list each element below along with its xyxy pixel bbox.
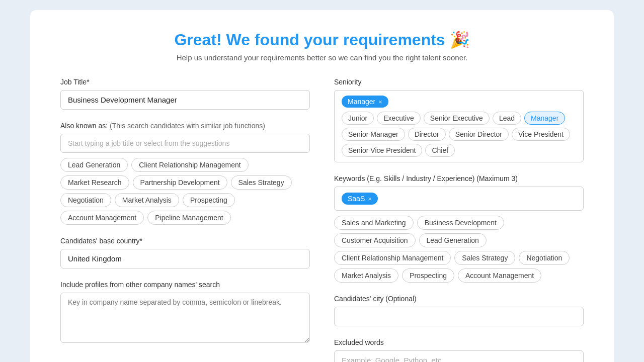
also-known-label: Also known as: (This search candidates w… [60, 122, 310, 130]
kw-lead-generation[interactable]: Lead Generation [419, 233, 487, 247]
option-senior-vice-president[interactable]: Senior Vice President [342, 144, 422, 157]
suggestion-market-research[interactable]: Market Research [60, 175, 129, 190]
kw-customer-acquisition[interactable]: Customer Acquisition [334, 233, 416, 247]
base-country-input[interactable] [60, 249, 310, 268]
main-card: Great! We found your requirements 🎉 Help… [30, 10, 614, 362]
keywords-label: Keywords (E.g. Skills / Industry / Exper… [334, 174, 584, 183]
keywords-section: Keywords (E.g. Skills / Industry / Exper… [334, 174, 584, 283]
suggestion-prospecting[interactable]: Prospecting [183, 193, 235, 207]
kw-sales-strategy[interactable]: Sales Strategy [454, 251, 515, 265]
excluded-words-section: Excluded words This can be a company nam… [334, 338, 584, 362]
kw-sales-marketing[interactable]: Sales and Marketing [334, 216, 414, 230]
include-profiles-section: Include profiles from other company name… [60, 281, 310, 345]
seniority-options: Junior Executive Senior Executive Lead M… [342, 112, 576, 157]
suggestion-lead-generation[interactable]: Lead Generation [60, 158, 128, 172]
city-label: Candidates' city (Optional) [334, 295, 584, 303]
keywords-box: SaaS × [334, 187, 584, 211]
option-senior-executive[interactable]: Senior Executive [424, 112, 490, 125]
option-vice-president[interactable]: Vice President [512, 128, 570, 141]
job-title-section: Job Title* [60, 78, 310, 110]
kw-account-management[interactable]: Account Management [458, 268, 541, 283]
selected-manager[interactable]: Manager × [342, 96, 388, 108]
selected-saas-close[interactable]: × [368, 195, 372, 203]
base-country-label: Candidates' base country* [60, 237, 310, 245]
suggestion-sales-strategy[interactable]: Sales Strategy [231, 175, 292, 190]
option-director[interactable]: Director [408, 128, 446, 141]
kw-client-relationship[interactable]: Client Relationship Management [334, 251, 451, 265]
option-chief[interactable]: Chief [425, 144, 455, 157]
option-manager[interactable]: Manager [524, 112, 565, 125]
seniority-label: Seniority [334, 78, 584, 86]
option-senior-manager[interactable]: Senior Manager [342, 128, 405, 141]
selected-manager-close[interactable]: × [378, 98, 382, 106]
suggestion-account-management[interactable]: Account Management [60, 211, 144, 225]
option-junior[interactable]: Junior [342, 112, 374, 125]
city-input[interactable] [334, 307, 584, 326]
kw-market-analysis[interactable]: Market Analysis [334, 268, 398, 283]
selected-manager-label: Manager [348, 98, 375, 106]
left-column: Job Title* Also known as: (This search c… [60, 78, 310, 362]
base-country-section: Candidates' base country* [60, 237, 310, 268]
right-column: Seniority Manager × Junior Executive Sen… [334, 78, 584, 362]
seniority-section: Seniority Manager × Junior Executive Sen… [334, 78, 584, 162]
page-subtitle: Help us understand your requirements bet… [60, 53, 584, 62]
city-section: Candidates' city (Optional) [334, 295, 584, 326]
suggestion-client-relationship[interactable]: Client Relationship Management [131, 158, 248, 172]
option-senior-director[interactable]: Senior Director [449, 128, 509, 141]
page-title: Great! We found your requirements 🎉 [60, 30, 584, 49]
excluded-words-input[interactable] [334, 350, 584, 362]
kw-prospecting[interactable]: Prospecting [402, 268, 454, 283]
include-profiles-label: Include profiles from other company name… [60, 281, 310, 289]
option-lead[interactable]: Lead [493, 112, 521, 125]
page-header: Great! We found your requirements 🎉 Help… [60, 30, 584, 62]
also-known-suggestions: Lead Generation Client Relationship Mana… [60, 158, 310, 225]
kw-negotiation[interactable]: Negotiation [519, 251, 570, 265]
keyword-suggestions: Sales and Marketing Business Development… [334, 216, 584, 283]
suggestion-negotiation[interactable]: Negotiation [60, 193, 111, 207]
seniority-box: Manager × Junior Executive Senior Execut… [334, 90, 584, 162]
also-known-section: Also known as: (This search candidates w… [60, 122, 310, 225]
include-profiles-textarea[interactable] [60, 293, 310, 343]
kw-business-development[interactable]: Business Development [417, 216, 504, 230]
seniority-selected-tags: Manager × [342, 96, 576, 108]
also-known-input[interactable] [60, 134, 310, 153]
suggestion-partnership-development[interactable]: Partnership Development [133, 175, 227, 190]
suggestion-pipeline-management[interactable]: Pipeline Management [147, 211, 230, 225]
selected-saas-label: SaaS [348, 195, 365, 203]
form-grid: Job Title* Also known as: (This search c… [60, 78, 584, 362]
excluded-words-label: Excluded words [334, 338, 584, 346]
option-executive[interactable]: Executive [377, 112, 421, 125]
job-title-label: Job Title* [60, 78, 310, 86]
job-title-input[interactable] [60, 90, 310, 110]
selected-saas[interactable]: SaaS × [342, 193, 378, 205]
suggestion-market-analysis[interactable]: Market Analysis [115, 193, 179, 207]
